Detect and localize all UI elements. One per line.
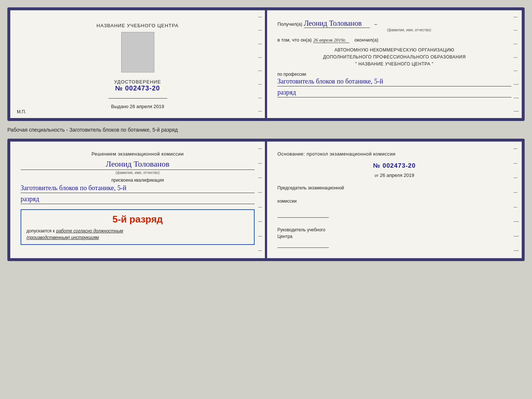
from-prefix: от [374,173,378,178]
org-line1: АВТОНОМНУЮ НЕКОММЕРЧЕСКУЮ ОРГАНИЗАЦИЮ [277,47,511,54]
bottom-right-side-dashes [514,142,519,258]
director-label1: Руководитель учебного [277,227,511,233]
from-date: 26 апреля 2019 [380,172,414,178]
top-doc-right: Получил(а) Леонид Толованов – (фамилия, … [267,10,522,118]
stamp-rank: 5-й разряд [26,214,249,225]
qualification-value: Заготовитель блоков по ботанике, 5-й [21,184,255,193]
chairman-label1: Председатель экзаменационной [277,185,511,191]
recipient-block: Получил(а) Леонид Толованов – (фамилия, … [277,19,511,32]
bottom-document: Решением экзаменационной комиссии Леонид… [7,139,525,261]
confirm-date: 26 апреля 2019г. [313,37,349,43]
qualification-label: присвоена квалификация [21,178,255,183]
top-left-side-dashes [258,10,262,118]
org-line2: ДОПОЛНИТЕЛЬНОГО ПРОФЕССИОНАЛЬНОГО ОБРАЗО… [277,54,511,61]
rank-bottom: разряд [21,195,255,204]
stamp-box: 5-й разряд допускается к работе согласно… [21,209,255,245]
profession-block: по профессии Заготовитель блоков по бота… [277,72,511,97]
commission-heading: Решением экзаменационной комиссии [21,150,255,158]
top-document: НАЗВАНИЕ УЧЕБНОГО ЦЕНТРА УДОСТОВЕРЕНИЕ №… [7,7,525,121]
chairman-sign-line [277,211,329,218]
page-wrapper: НАЗВАНИЕ УЧЕБНОГО ЦЕНТРА УДОСТОВЕРЕНИЕ №… [7,7,525,261]
cert-number: № 002473-20 [114,85,161,92]
basis-heading: Основание: протокол экзаменационной коми… [277,150,511,158]
cert-number-block: УДОСТОВЕРЕНИЕ № 002473-20 [114,79,161,92]
bottom-doc-right: Основание: протокол экзаменационной коми… [267,142,522,258]
recipient-name-field: Леонид Толованов [304,19,370,28]
recipient-name: Леонид Толованов [304,19,362,27]
issued-label: Выдано [111,104,128,109]
stamp-allowed-block: допускается к работе согласно должностны… [26,227,249,241]
specialty-label: Рабочая специальность - Заготовитель бло… [7,125,525,134]
bottom-fio-sub: (фамилия, имя, отчество) [21,171,255,175]
top-left-heading: НАЗВАНИЕ УЧЕБНОГО ЦЕНТРА [97,23,179,28]
protocol-number: № 002473-20 [277,162,511,170]
person-name-large: Леонид Толованов [21,159,255,170]
stamp-italic2: (производственным) инструкциям [26,235,99,240]
confirm-suffix: окончил(а) [355,37,378,43]
chairman-label2: комиссии [277,198,511,204]
bottom-doc-left: Решением экзаменационной комиссии Леонид… [10,142,265,258]
chairman-block: Председатель экзаменационной комиссии [277,185,511,218]
cert-label: УДОСТОВЕРЕНИЕ [114,79,161,85]
mp-label: М.П. [17,109,26,114]
director-sign-line [277,241,329,248]
director-block: Руководитель учебного Центра [277,227,511,248]
issued-date: 26 апреля 2019 [130,104,164,109]
from-date-line: от 26 апреля 2019 [277,172,511,178]
director-label2: Центра [277,233,511,240]
issued-line: Выдано 26 апреля 2019 [111,104,164,109]
photo-placeholder [121,32,154,72]
org-block: АВТОНОМНУЮ НЕКОММЕРЧЕСКУЮ ОРГАНИЗАЦИЮ ДО… [277,47,511,68]
confirm-prefix: в том, что он(а) [277,37,312,43]
recipient-prefix: Получил(а) [277,21,302,27]
bottom-left-side-dashes [258,142,262,258]
profession-value: Заготовитель блоков по ботанике, 5-й [277,78,511,86]
org-line3: " НАЗВАНИЕ УЧЕБНОГО ЦЕНТРА " [277,61,511,68]
confirm-block: в том, что он(а) 26 апреля 2019г. окончи… [277,36,511,43]
profession-label: по профессии [277,72,511,77]
rank-value: разряд [277,89,511,97]
top-doc-left: НАЗВАНИЕ УЧЕБНОГО ЦЕНТРА УДОСТОВЕРЕНИЕ №… [10,10,265,118]
top-right-side-dashes [514,10,519,118]
fio-sub-label: (фамилия, имя, отчество) [307,28,511,32]
stamp-allowed-prefix: допускается к [26,228,55,234]
stamp-italic: работе согласно должностным [56,228,123,234]
